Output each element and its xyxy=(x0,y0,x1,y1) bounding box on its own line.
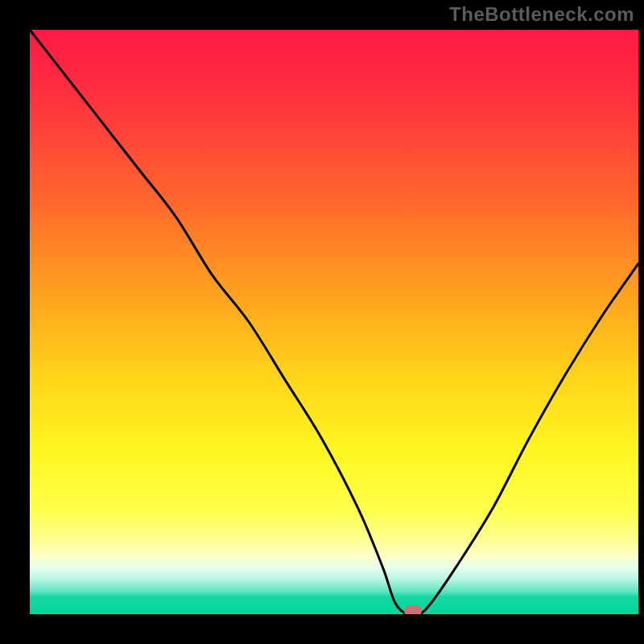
chart-frame: TheBottleneck.com xyxy=(0,0,644,644)
plot-area xyxy=(30,30,638,614)
curve-svg xyxy=(30,30,638,614)
optimal-point-marker xyxy=(404,605,422,614)
watermark-text: TheBottleneck.com xyxy=(449,3,634,26)
bottleneck-curve xyxy=(30,30,638,614)
